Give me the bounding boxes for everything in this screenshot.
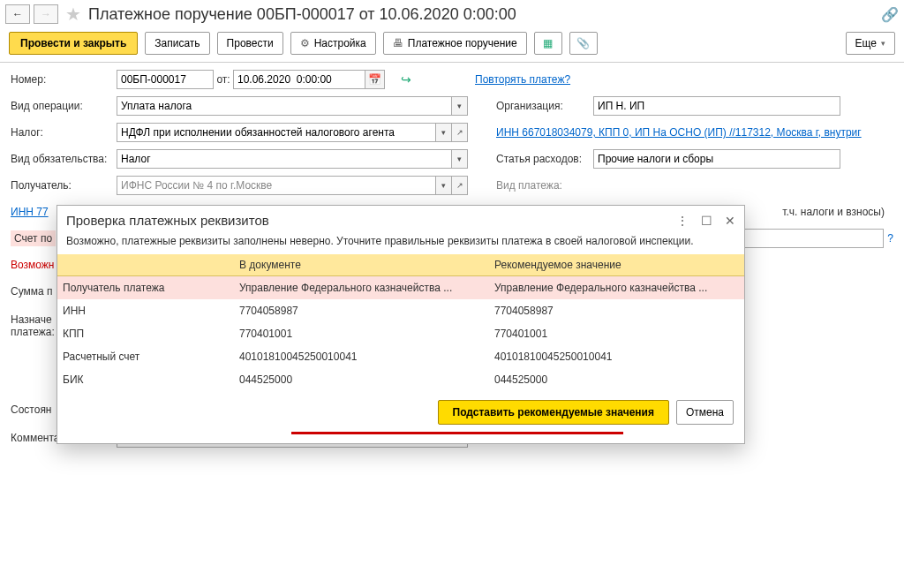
recv-input[interactable] [117, 176, 436, 195]
help-icon[interactable]: ? [887, 232, 893, 245]
toolbar: Провести и закрыть Записать Провести ⚙На… [0, 28, 904, 63]
table-row[interactable]: БИК 044525000 044525000 [57, 368, 744, 391]
org-details-link[interactable]: ИНН 667018034079, КПП 0, ИП На ОСНО (ИП)… [496, 126, 862, 139]
paytype-label: Вид платежа: [496, 179, 593, 192]
tax-input[interactable] [117, 123, 436, 142]
post-button[interactable]: Провести [217, 32, 283, 55]
table-row[interactable]: КПП 770401001 770401001 [57, 322, 744, 345]
header-bar: ← → ★ Платежное поручение 00БП-000017 от… [0, 0, 904, 28]
obl-input[interactable] [117, 149, 452, 169]
state-label: Состоян [11, 403, 52, 416]
org-input[interactable] [593, 96, 840, 116]
obl-label: Вид обязательства: [11, 153, 117, 165]
col-name [57, 254, 234, 276]
cancel-button[interactable]: Отмена [676, 400, 734, 425]
possible-text: Возможн [11, 259, 55, 271]
repeat-payment-link[interactable]: Повторять платеж? [475, 73, 570, 86]
print-button[interactable]: 🖶Платежное поручение [383, 32, 527, 55]
structure-button[interactable]: ▦ [534, 32, 562, 55]
modal-titlebar: Проверка платежных реквизитов ⋮ ☐ ✕ [57, 206, 744, 231]
col-doc: В документе [234, 254, 489, 276]
check-icon: ↪ [401, 72, 411, 87]
purpose-label: Назначе [11, 313, 55, 326]
star-icon[interactable]: ★ [65, 4, 81, 25]
exp-input[interactable] [593, 149, 840, 169]
org-label: Организация: [496, 100, 593, 112]
back-button[interactable]: ← [5, 4, 30, 24]
tax-dropdown[interactable]: ▾ [436, 123, 452, 142]
purpose-label2: платежа: [11, 326, 55, 338]
red-underline [57, 432, 744, 443]
link-icon[interactable]: 🔗 [881, 6, 899, 23]
table-row[interactable]: ИНН 7704058987 7704058987 [57, 299, 744, 322]
sum-label: Сумма п [11, 285, 53, 298]
modal-close-icon[interactable]: ✕ [725, 214, 735, 228]
paperclip-icon: 📎 [576, 37, 590, 49]
calendar-button[interactable]: 📅 [365, 70, 385, 89]
number-label: Номер: [11, 73, 117, 86]
printer-icon: 🖶 [393, 37, 403, 49]
chevron-down-icon: ▾ [881, 39, 885, 48]
apply-recommended-button[interactable]: Подставить рекомендуемые значения [438, 400, 669, 425]
table-row[interactable]: Расчетный счет 40101810045250010041 4010… [57, 345, 744, 368]
requisites-table: В документе Рекомендуемое значение Получ… [57, 254, 744, 391]
modal-title: Проверка платежных реквизитов [66, 213, 269, 228]
modal-footer: Подставить рекомендуемые значения Отмена [57, 391, 744, 432]
recv-dropdown[interactable]: ▾ [436, 176, 452, 195]
number-input[interactable] [117, 70, 214, 89]
forward-button[interactable]: → [34, 4, 58, 24]
attach-button[interactable]: 📎 [569, 32, 598, 55]
from-label: от: [214, 73, 233, 86]
more-button[interactable]: Еще ▾ [846, 32, 895, 55]
structure-icon: ▦ [543, 37, 553, 49]
tax-label: Налог: [11, 126, 117, 139]
modal-message: Возможно, платежные реквизиты заполнены … [57, 231, 744, 254]
recv-label: Получатель: [11, 179, 117, 192]
optype-label: Вид операции: [11, 100, 117, 112]
exp-label: Статья расходов: [496, 153, 593, 165]
settings-button[interactable]: ⚙Настройка [290, 32, 376, 55]
table-row[interactable]: Получатель платежа Управление Федерально… [57, 276, 744, 300]
inn-link[interactable]: ИНН 77 [11, 206, 49, 218]
account-label: Счет по [11, 230, 56, 246]
gear-icon: ⚙ [300, 37, 310, 49]
optype-input[interactable] [117, 96, 452, 116]
recv-open[interactable]: ↗ [452, 176, 468, 195]
obl-dropdown[interactable]: ▾ [452, 149, 468, 169]
tax-open[interactable]: ↗ [452, 123, 468, 142]
save-button[interactable]: Записать [145, 32, 209, 55]
date-input[interactable] [233, 70, 365, 89]
optype-dropdown[interactable]: ▾ [452, 96, 468, 116]
modal-menu-icon[interactable]: ⋮ [676, 214, 689, 228]
modal-maximize-icon[interactable]: ☐ [701, 214, 712, 228]
tax-note-tail: т.ч. налоги и взносы) [782, 206, 885, 218]
col-rec: Рекомендуемое значение [489, 254, 744, 276]
page-title: Платежное поручение 00БП-000017 от 10.06… [88, 5, 516, 24]
submit-button[interactable]: Провести и закрыть [9, 32, 138, 55]
calendar-icon: 📅 [368, 73, 381, 86]
requisites-check-dialog: Проверка платежных реквизитов ⋮ ☐ ✕ Возм… [56, 205, 745, 444]
